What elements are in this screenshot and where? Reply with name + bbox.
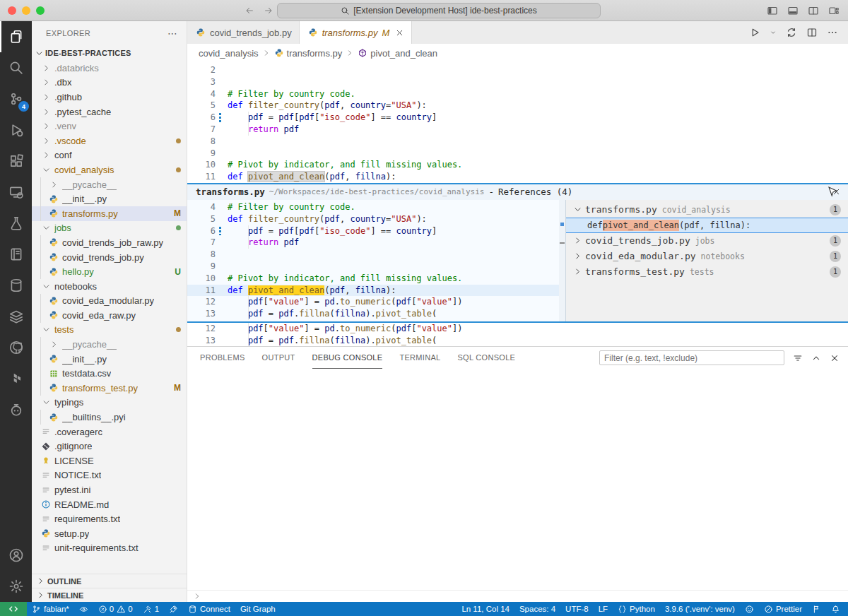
tree-item--coveragerc[interactable]: .coveragerc	[32, 425, 187, 439]
arrow-left-icon[interactable]	[245, 6, 254, 16]
tree-item-jobs[interactable]: jobs	[32, 221, 187, 236]
split-editor-icon[interactable]	[806, 27, 818, 38]
status-item[interactable]	[74, 602, 93, 616]
tree-item-notebooks[interactable]: notebooks	[32, 279, 187, 294]
tree-item-covid-trends-job-py[interactable]: covid_trends_job.py	[32, 250, 187, 265]
activity-item-remote[interactable]	[0, 177, 32, 208]
status-item-python[interactable]: Python	[613, 602, 660, 616]
tree-item-license[interactable]: LICENSE	[32, 454, 187, 468]
arrow-right-icon[interactable]	[264, 6, 273, 16]
peek-code-editor[interactable]: 4# Filter by country code.5def filter_co…	[187, 200, 565, 321]
code-editor[interactable]: 234# Filter by country code.5def filter_…	[187, 62, 848, 346]
run-icon[interactable]	[749, 27, 760, 38]
activity-item-github[interactable]	[0, 332, 32, 363]
status-item-spaces-4[interactable]: Spaces: 4	[514, 602, 560, 616]
command-center[interactable]: [Extension Development Host] ide-best-pr…	[277, 3, 601, 18]
tree-item-unit-requirements-txt[interactable]: unit-requirements.txt	[32, 541, 187, 556]
status-item-lf[interactable]: LF	[594, 602, 613, 616]
zoom-window-button[interactable]	[36, 6, 45, 15]
status-item[interactable]	[826, 602, 845, 616]
status-item-fabian-[interactable]: fabian*	[27, 602, 74, 616]
tree-item--github[interactable]: .github	[32, 90, 187, 105]
tree-item--gitignore[interactable]: .gitignore	[32, 439, 187, 454]
editor-tab-covid-trends-job-py[interactable]: covid_trends_job.py	[187, 21, 300, 44]
debug-console-output[interactable]	[187, 369, 848, 590]
status-remote-indicator[interactable]	[0, 602, 27, 616]
activity-item-assistant[interactable]	[0, 394, 32, 425]
activity-item-notebook[interactable]	[0, 239, 32, 270]
peek-close-button[interactable]	[832, 187, 841, 196]
chevron-up-icon[interactable]	[811, 353, 821, 363]
chevron-down-sm-icon[interactable]	[770, 29, 777, 36]
tree-item-transforms-test-py[interactable]: transforms_test.pyM	[32, 381, 187, 396]
status-item[interactable]	[164, 602, 183, 616]
tree-item-notice-txt[interactable]: NOTICE.txt	[32, 468, 187, 483]
tree-item-transforms-py[interactable]: transforms.pyM	[32, 206, 187, 221]
status-item-git-graph[interactable]: Git Graph	[235, 602, 281, 616]
tree-item-pytest-ini[interactable]: pytest.ini	[32, 482, 187, 497]
close-window-button[interactable]	[8, 6, 16, 15]
tree-item--dbx[interactable]: .dbx	[32, 76, 187, 90]
tree-item--builtins-pyi[interactable]: __builtins__.pyi	[32, 410, 187, 425]
tree-item--init-py[interactable]: __init__.py	[32, 191, 187, 206]
status-item-prettier[interactable]: Prettier	[759, 602, 807, 616]
tree-item-conf[interactable]: conf	[32, 148, 187, 163]
reference-file-transforms-py[interactable]: transforms.pycovid_analysis1	[566, 202, 848, 218]
activity-item-extensions[interactable]	[0, 146, 32, 177]
tree-item-covid-eda-modular-py[interactable]: covid_eda_modular.py	[32, 294, 187, 309]
explorer-more-actions-button[interactable]: ⋯	[167, 28, 178, 39]
tree-item--databricks[interactable]: .databricks	[32, 61, 187, 76]
activity-item-layers[interactable]	[0, 301, 32, 332]
layout-split-icon[interactable]	[808, 5, 819, 16]
status-item-1[interactable]: 1	[138, 602, 164, 616]
reference-match-line[interactable]: def pivot_and_clean(pdf, fillna):	[566, 218, 848, 233]
timeline-section-header[interactable]: TIMELINE	[32, 588, 187, 602]
activity-item-account[interactable]	[0, 540, 32, 571]
workspace-root-row[interactable]: IDE-BEST-PRACTICES	[32, 45, 187, 61]
status-item-ln-11-col-14[interactable]: Ln 11, Col 14	[457, 602, 514, 616]
tree-item-tests[interactable]: tests	[32, 323, 187, 338]
status-item-3-9-6-venv-venv-[interactable]: 3.9.6 ('.venv': venv)	[660, 602, 740, 616]
tree-item-readme-md[interactable]: README.md	[32, 497, 187, 512]
panel-tab-debug-console[interactable]: DEBUG CONSOLE	[312, 347, 383, 369]
debug-repl-input[interactable]	[187, 590, 848, 602]
status-item-connect[interactable]: Connect	[183, 602, 235, 616]
activity-item-search[interactable]	[0, 52, 32, 83]
tree-item--pycache-[interactable]: __pycache__	[32, 337, 187, 352]
tree-item-testdata-csv[interactable]: testdata.csv	[32, 366, 187, 381]
tree-item-setup-py[interactable]: setup.py	[32, 526, 187, 541]
activity-item-database[interactable]	[0, 270, 32, 301]
activity-item-terraform[interactable]	[0, 363, 32, 394]
tree-item--venv[interactable]: .venv	[32, 119, 187, 134]
tree-item-hello-py[interactable]: hello.pyU	[32, 264, 187, 279]
tree-item-covid-analysis[interactable]: covid_analysis	[32, 162, 187, 177]
reference-file-transforms-test-py[interactable]: transforms_test.pytests1	[566, 264, 848, 280]
tree-item-requirements-txt[interactable]: requirements.txt	[32, 511, 187, 526]
close-icon[interactable]	[830, 353, 840, 363]
layout-grid-icon[interactable]	[828, 5, 840, 16]
status-item-utf-8[interactable]: UTF-8	[560, 602, 594, 616]
status-item[interactable]: 00	[93, 602, 138, 616]
reference-file-covid-eda-modular-py[interactable]: covid_eda_modular.pynotebooks1	[566, 249, 848, 264]
panel-tab-terminal[interactable]: TERMINAL	[399, 347, 440, 369]
activity-item-files[interactable]	[0, 21, 32, 52]
diff-icon[interactable]	[786, 27, 797, 38]
layout-sidebar-icon[interactable]	[767, 5, 778, 16]
tree-item--init-py[interactable]: __init__.py	[32, 352, 187, 367]
minimize-window-button[interactable]	[22, 6, 30, 15]
tree-item--pycache-[interactable]: __pycache__	[32, 177, 187, 192]
tree-item-covid-eda-raw-py[interactable]: covid_eda_raw.py	[32, 308, 187, 323]
breadcrumb-item-covid_analysis[interactable]: covid_analysis	[199, 48, 259, 59]
tree-item--vscode[interactable]: .vscode	[32, 134, 187, 148]
activity-item-run-debug[interactable]	[0, 114, 32, 146]
panel-tab-problems[interactable]: PROBLEMS	[200, 347, 245, 369]
status-item[interactable]	[740, 602, 759, 616]
panel-tab-output[interactable]: OUTPUT	[262, 347, 295, 369]
editor-tab-transforms-py[interactable]: transforms.pyM	[300, 21, 413, 44]
close-icon[interactable]	[395, 28, 404, 37]
tree-item--pytest-cache[interactable]: .pytest_cache	[32, 105, 187, 119]
more-icon[interactable]	[827, 27, 838, 38]
tree-item-typings[interactable]: typings	[32, 396, 187, 410]
activity-item-source-control[interactable]: 4	[0, 83, 32, 114]
activity-item-testing[interactable]	[0, 208, 32, 239]
